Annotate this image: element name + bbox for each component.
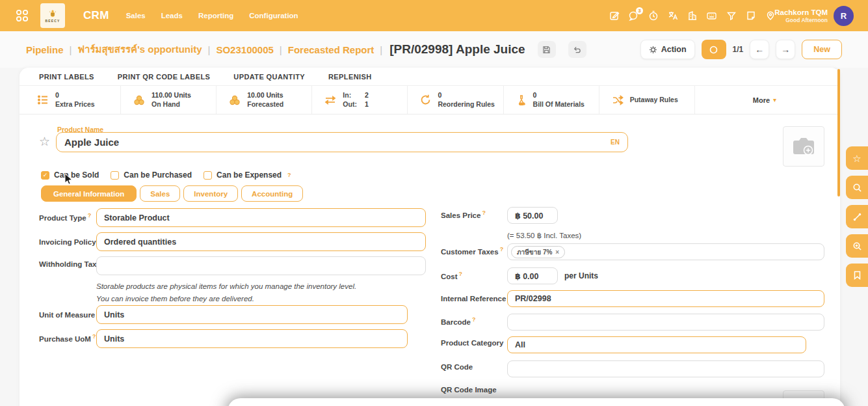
- page-title: [PR/02998] Apple Juice: [389, 42, 525, 57]
- refresh-icon: [419, 94, 432, 106]
- prev-record-button[interactable]: ←: [750, 40, 769, 59]
- cost-input[interactable]: ฿ 0.00: [507, 267, 558, 284]
- language-badge[interactable]: EN: [611, 139, 620, 146]
- keypad-icon[interactable]: [706, 10, 717, 21]
- filter-icon[interactable]: [726, 10, 737, 21]
- menu-sales[interactable]: Sales: [126, 12, 146, 20]
- translate-icon[interactable]: [667, 10, 678, 21]
- purchase-uom-input[interactable]: Units: [96, 329, 408, 348]
- building-icon[interactable]: [687, 10, 698, 21]
- bottom-overlay-shadow: [228, 398, 845, 406]
- can-be-purchased-checkbox[interactable]: Can be Purchased: [111, 170, 192, 180]
- tab-inventory[interactable]: Inventory: [183, 185, 238, 202]
- shuffle-icon: [611, 94, 624, 107]
- customer-taxes-input[interactable]: ภาษีขาย 7% ×: [507, 243, 824, 260]
- transfer-arrows-icon: [324, 94, 337, 107]
- refresh-record-button[interactable]: [702, 40, 726, 59]
- messages-icon[interactable]: 3: [628, 10, 639, 21]
- menu-leads[interactable]: Leads: [161, 12, 183, 20]
- breadcrumb-forecasted-report[interactable]: Forecasted Report: [288, 44, 375, 55]
- more-label: More: [753, 96, 770, 104]
- product-name-input[interactable]: Apple Juice EN: [56, 132, 628, 152]
- compose-icon[interactable]: [609, 10, 620, 21]
- stat-value: 0: [55, 91, 95, 100]
- tab-accounting[interactable]: Accounting: [241, 185, 303, 202]
- save-button[interactable]: [538, 41, 556, 58]
- stat-more[interactable]: More▾: [695, 86, 834, 114]
- pager-count: 1/1: [733, 45, 744, 54]
- user-info[interactable]: Rachkorn TQM Good Afternoon: [774, 8, 828, 24]
- stat-extra-prices[interactable]: 0Extra Prices: [25, 86, 121, 114]
- product-category-label: Product Category: [441, 339, 504, 347]
- user-name: Rachkorn TQM: [774, 8, 828, 17]
- can-be-expensed-checkbox[interactable]: Can be Expensed ?: [204, 170, 291, 180]
- stat-label: Forecasted: [247, 100, 283, 109]
- update-quantity-button[interactable]: UPDATE QUANTITY: [233, 73, 305, 81]
- zoom-in-side-button[interactable]: [846, 234, 868, 258]
- print-labels-button[interactable]: PRINT LABELS: [39, 73, 94, 81]
- star-icon: ☆: [852, 154, 861, 163]
- navbar-icons: 3: [609, 10, 776, 21]
- brand-logo[interactable]: BEECY: [40, 3, 65, 28]
- cost-label: Cost?: [441, 271, 462, 280]
- unit-of-measure-input[interactable]: Units: [96, 305, 408, 324]
- expand-side-button[interactable]: [846, 205, 868, 228]
- stat-label: Extra Prices: [55, 100, 95, 109]
- discard-button[interactable]: [568, 41, 586, 58]
- tax-tag-remove-icon[interactable]: ×: [555, 249, 559, 256]
- arrow-left-icon: ←: [755, 44, 764, 55]
- sales-price-input[interactable]: ฿ 50.00: [507, 207, 558, 224]
- bookmark-icon: [853, 271, 861, 280]
- tab-sales[interactable]: Sales: [140, 185, 180, 202]
- avatar[interactable]: R: [834, 6, 854, 26]
- apps-grid-icon[interactable]: [14, 8, 30, 23]
- breadcrumb-sale-order[interactable]: SO23100005: [216, 44, 273, 55]
- camera-plus-icon: [791, 136, 816, 157]
- tax-tag[interactable]: ภาษีขาย 7% ×: [511, 246, 565, 258]
- internal-reference-input[interactable]: PR/02998: [507, 290, 824, 307]
- invoicing-policy-input[interactable]: Ordered quantities: [96, 232, 426, 251]
- circle-icon: [709, 45, 718, 55]
- stat-label: On Hand: [151, 100, 191, 109]
- product-category-input[interactable]: All: [507, 336, 806, 353]
- replenish-button[interactable]: REPLENISH: [328, 73, 372, 81]
- vertical-scrollbar[interactable]: [837, 69, 840, 196]
- note-icon[interactable]: [745, 10, 756, 21]
- withholding-tax-input[interactable]: [96, 256, 426, 275]
- breadcrumb: Pipeline | ฟาร์มสุขสรรค์'s opportunity |…: [26, 41, 586, 58]
- print-qr-code-labels-button[interactable]: PRINT QR CODE LABELS: [118, 73, 210, 81]
- product-type-input[interactable]: Storable Product: [96, 208, 426, 227]
- menu-configuration[interactable]: Configuration: [249, 12, 298, 20]
- save-icon: [542, 46, 551, 54]
- next-record-button[interactable]: →: [776, 40, 795, 59]
- qr-code-input[interactable]: [507, 360, 824, 377]
- new-button[interactable]: New: [802, 40, 842, 59]
- stat-forecasted[interactable]: 10.00 UnitsForecasted: [217, 86, 312, 114]
- checkbox-unchecked-icon: [204, 171, 212, 180]
- barcode-input[interactable]: [507, 314, 824, 331]
- bee-icon: [48, 9, 57, 18]
- stat-putaway-rules[interactable]: Putaway Rules: [599, 86, 695, 114]
- tax-tag-label: ภาษีขาย 7%: [517, 247, 552, 257]
- stat-in-out-values: In:2 Out:1: [343, 91, 368, 108]
- product-image-upload[interactable]: [783, 126, 824, 167]
- breadcrumb-pipeline[interactable]: Pipeline: [26, 44, 64, 55]
- action-button[interactable]: Action: [640, 40, 695, 59]
- stat-in-out[interactable]: In:2 Out:1: [312, 86, 408, 114]
- stat-reordering-rules[interactable]: 0Reordering Rules: [408, 86, 503, 114]
- top-navbar: BEECY CRM Sales Leads Reporting Configur…: [0, 0, 868, 31]
- breadcrumb-opportunity[interactable]: ฟาร์มสุขสรรค์'s opportunity: [77, 42, 202, 57]
- activity-clock-icon[interactable]: [648, 10, 659, 21]
- coins-icon: [133, 94, 146, 107]
- menu-reporting[interactable]: Reporting: [198, 12, 233, 20]
- search-side-button[interactable]: [846, 176, 868, 199]
- search-icon: [852, 183, 862, 193]
- breadcrumb-separator: |: [380, 44, 382, 55]
- breadcrumb-separator: |: [70, 44, 72, 55]
- stat-on-hand[interactable]: 110.00 UnitsOn Hand: [121, 86, 217, 114]
- tab-general-information[interactable]: General Information: [41, 185, 137, 202]
- stat-bill-of-materials[interactable]: 0Bill Of Materials: [504, 86, 599, 114]
- favorites-side-button[interactable]: ☆: [846, 146, 868, 170]
- bookmark-side-button[interactable]: [846, 264, 868, 287]
- favorite-star-icon[interactable]: ☆: [39, 135, 50, 148]
